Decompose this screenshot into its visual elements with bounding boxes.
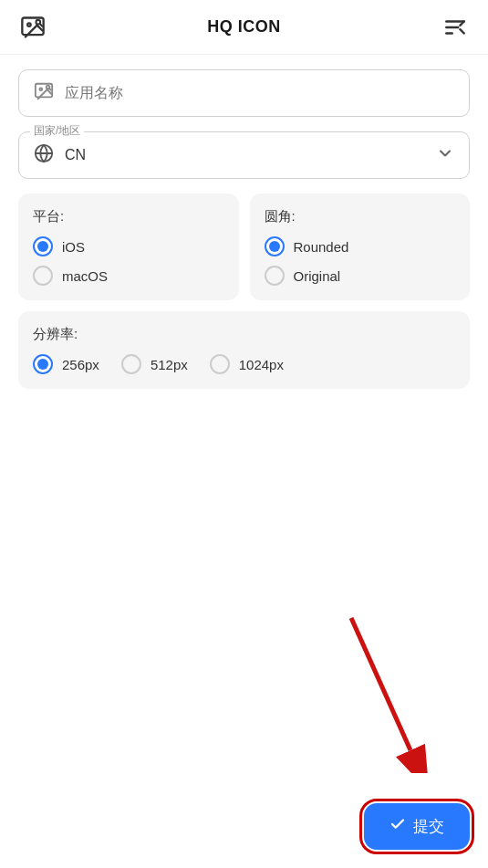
resolution-options: 256px 512px 1024px (33, 354, 455, 374)
country-field[interactable]: 国家/地区 CN (18, 131, 470, 179)
country-label: 国家/地区 (30, 123, 84, 139)
platform-macos-label: macOS (62, 268, 108, 284)
submit-area: 提交 (364, 803, 470, 850)
globe-icon (34, 143, 54, 167)
platform-ios-radio[interactable] (33, 236, 53, 256)
resolution-512-option[interactable]: 512px (121, 354, 188, 374)
resolution-512-label: 512px (151, 357, 188, 372)
platform-ios-label: iOS (62, 239, 85, 255)
svg-point-10 (39, 88, 42, 90)
platform-card: 平台: iOS macOS (18, 193, 239, 300)
search-icon (34, 81, 54, 105)
resolution-512-radio[interactable] (121, 354, 141, 374)
svg-line-16 (351, 618, 410, 750)
app-name-input[interactable] (65, 85, 454, 101)
corner-rounded-option[interactable]: Rounded (265, 236, 456, 256)
resolution-1024-label: 1024px (239, 357, 284, 372)
svg-line-8 (460, 29, 463, 33)
check-icon (389, 816, 406, 837)
country-value: CN (65, 147, 436, 163)
corner-card: 圆角: Rounded Original (250, 193, 471, 300)
svg-line-3 (40, 23, 43, 26)
corner-original-label: Original (294, 268, 341, 284)
search-box[interactable] (18, 69, 470, 117)
svg-point-1 (27, 23, 31, 26)
resolution-title: 分辨率: (33, 326, 455, 343)
resolution-card: 分辨率: 256px 512px 1024px (18, 311, 470, 389)
platform-macos-option[interactable]: macOS (33, 266, 224, 286)
corner-original-option[interactable]: Original (265, 266, 456, 286)
red-arrow-indicator (324, 609, 442, 777)
submit-label: 提交 (413, 816, 444, 837)
country-select-row[interactable]: CN (34, 143, 454, 167)
submit-button[interactable]: 提交 (364, 803, 470, 850)
corner-rounded-label: Rounded (294, 239, 349, 255)
resolution-256-label: 256px (62, 357, 99, 372)
platform-title: 平台: (33, 208, 224, 225)
corner-rounded-radio[interactable] (265, 236, 285, 256)
svg-line-12 (49, 89, 51, 90)
page-title: HQ ICON (207, 17, 281, 37)
resolution-1024-option[interactable]: 1024px (210, 354, 284, 374)
corner-title: 圆角: (265, 208, 456, 225)
resolution-256-option[interactable]: 256px (33, 354, 99, 374)
corner-original-radio[interactable] (265, 266, 285, 286)
resolution-1024-radio[interactable] (210, 354, 230, 374)
resolution-256-radio[interactable] (33, 354, 53, 374)
chevron-down-icon (436, 144, 454, 166)
options-grid: 平台: iOS macOS 圆角: Rounded Original (18, 193, 470, 300)
platform-ios-option[interactable]: iOS (33, 236, 224, 256)
filter-icon[interactable] (441, 13, 470, 42)
platform-macos-radio[interactable] (33, 266, 53, 286)
main-content: 国家/地区 CN 平台: iOS (0, 55, 488, 418)
image-search-icon[interactable] (18, 13, 47, 42)
header: HQ ICON (0, 0, 488, 55)
